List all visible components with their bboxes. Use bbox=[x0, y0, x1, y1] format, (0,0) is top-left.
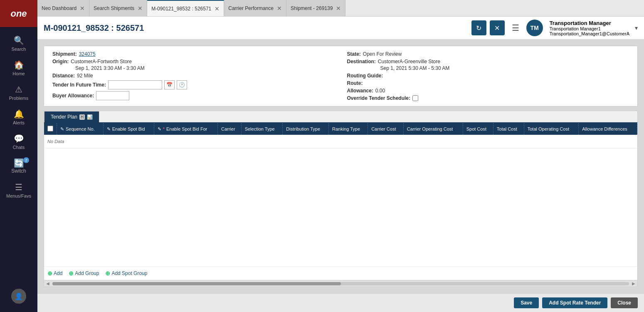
shipment-label: Shipment: bbox=[52, 51, 77, 57]
close-button[interactable]: ✕ bbox=[490, 20, 505, 35]
sidebar-label-problems: Problems bbox=[9, 96, 28, 101]
tab-carrier-performance[interactable]: Carrier Performance ✕ bbox=[224, 0, 286, 16]
sidebar-item-home[interactable]: 🏠 Home bbox=[0, 56, 37, 80]
scroll-left-arrow[interactable]: ◀ bbox=[45, 281, 51, 286]
tab-close-search-shipments[interactable]: ✕ bbox=[138, 5, 143, 12]
sidebar-label-switch: Switch bbox=[11, 168, 26, 174]
page-header: M-090121_98532 : 526571 ↻ ✕ ☰ TM Transpo… bbox=[37, 17, 644, 40]
routing-guide-row: Routing Guide: bbox=[347, 73, 629, 79]
buyer-allowance-input[interactable] bbox=[96, 91, 129, 100]
add-link[interactable]: ⊕ Add bbox=[47, 270, 62, 277]
col-spot-cost-label: Spot Cost bbox=[466, 126, 486, 131]
sidebar-label-chats: Chats bbox=[13, 145, 25, 150]
sidebar-label-alerts: Alerts bbox=[13, 120, 25, 125]
distance-value: 92 Mile bbox=[77, 73, 93, 79]
shipment-info-panel: Shipment: 324075 Origin: CustomerA-Fortw… bbox=[44, 46, 638, 106]
add-spot-rate-button[interactable]: Add Spot Rate Tender bbox=[542, 297, 607, 308]
tab-close-carrier-performance[interactable]: ✕ bbox=[277, 5, 282, 12]
content-area: Shipment: 324075 Origin: CustomerA-Fortw… bbox=[37, 40, 644, 293]
tab-shipment-269139[interactable]: Shipment - 269139 ✕ bbox=[286, 0, 345, 16]
col-carrier-cost-label: Carrier Cost bbox=[371, 126, 396, 131]
col-enable-spot-bid-for-label: Enable Spot Bid For bbox=[166, 126, 207, 131]
state-row: State: Open For Review bbox=[347, 51, 629, 57]
col-distribution-type-label: Distribution Type bbox=[286, 126, 320, 131]
calendar-button[interactable]: 📅 bbox=[164, 80, 175, 89]
tender-plan-label: Tender Plan bbox=[51, 114, 77, 120]
col-total-cost: Total Cost bbox=[493, 123, 524, 135]
sidebar-item-user-avatar[interactable]: 👤 bbox=[0, 285, 37, 308]
sidebar-item-switch[interactable]: 🔄 2 Switch bbox=[0, 154, 37, 178]
tab-tender-plan[interactable]: Tender Plan H 📊 bbox=[44, 111, 99, 122]
refresh-button[interactable]: ↻ bbox=[471, 20, 486, 35]
col-carrier-operating-cost-label: Carrier Operating Cost bbox=[407, 126, 453, 131]
override-tender-checkbox[interactable] bbox=[412, 95, 418, 101]
destination-time: Sep 1, 2021 5:30 AM - 5:30 AM bbox=[380, 65, 450, 71]
col-carrier-cost: Carrier Cost bbox=[368, 123, 403, 135]
shipment-link[interactable]: 324075 bbox=[79, 51, 96, 57]
tab-label-shipment-269139: Shipment - 269139 bbox=[291, 5, 333, 11]
col-sequence: ✎ Sequence No. bbox=[57, 123, 104, 135]
col-checkbox bbox=[44, 123, 57, 135]
origin-time-row: Sep 1, 2021 3:30 AM - 3:30 AM bbox=[52, 65, 335, 71]
tab-m090121[interactable]: M-090121_98532 : 526571 ✕ bbox=[147, 0, 224, 16]
col-sequence-label: Sequence No. bbox=[66, 126, 95, 131]
distance-row: Distance: 92 Mile bbox=[52, 73, 335, 79]
col-enable-spot-bid-label: Enable Spot Bid bbox=[112, 126, 145, 131]
tab-close-neo-dashboard[interactable]: ✕ bbox=[80, 5, 85, 12]
add-group-label: Add Group bbox=[75, 270, 99, 276]
override-tender-label: Override Tender Schedule: bbox=[347, 95, 411, 101]
close-footer-button[interactable]: Close bbox=[611, 297, 638, 308]
search-icon: 🔍 bbox=[14, 35, 24, 45]
sidebar-item-alerts[interactable]: 🔔 Alerts bbox=[0, 105, 37, 129]
chat-icon: 💬 bbox=[14, 134, 24, 144]
required-star-spot-bid-for: * bbox=[163, 126, 165, 131]
header-actions: ↻ ✕ ☰ TM Transportation Manager Transpor… bbox=[471, 20, 638, 36]
warning-icon: ⚠ bbox=[15, 84, 22, 94]
col-enable-spot-bid-for: ✎ * Enable Spot Bid For bbox=[154, 123, 217, 135]
col-allowance-differences-label: Allowance Differences bbox=[582, 126, 627, 131]
menu-icon: ☰ bbox=[15, 182, 22, 192]
col-total-operating-cost: Total Operating Cost bbox=[524, 123, 578, 135]
col-allowance-differences: Allowance Differences bbox=[579, 123, 637, 135]
tender-future-input[interactable] bbox=[108, 80, 162, 89]
tab-close-m090121[interactable]: ✕ bbox=[215, 5, 220, 12]
sidebar-label-home: Home bbox=[12, 71, 25, 76]
edit-sequence-icon[interactable]: ✎ bbox=[60, 126, 64, 132]
select-all-checkbox[interactable] bbox=[47, 126, 53, 131]
edit-spot-bid-icon[interactable]: ✎ bbox=[107, 126, 111, 132]
col-enable-spot-bid: ✎ Enable Spot Bid bbox=[103, 123, 154, 135]
tab-label-search-shipments: Search Shipments bbox=[94, 5, 134, 11]
clock-button[interactable]: 🕐 bbox=[177, 80, 187, 89]
sidebar-item-problems[interactable]: ⚠ Problems bbox=[0, 80, 37, 105]
scroll-track[interactable] bbox=[52, 282, 629, 285]
scroll-right-arrow[interactable]: ▶ bbox=[631, 281, 637, 286]
tab-search-shipments[interactable]: Search Shipments ✕ bbox=[89, 0, 147, 16]
edit-spot-bid-for-icon[interactable]: ✎ bbox=[158, 126, 161, 132]
add-spot-group-plus-icon: ⊕ bbox=[105, 270, 110, 277]
col-selection-type: Selection Type bbox=[241, 123, 283, 135]
sidebar-label-search: Search bbox=[12, 47, 26, 52]
horizontal-scrollbar[interactable]: ◀ ▶ bbox=[44, 280, 637, 287]
tender-plan-h-icon: H bbox=[79, 114, 85, 120]
bottom-bar: Save Add Spot Rate Tender Close bbox=[37, 293, 644, 312]
tab-close-shipment-269139[interactable]: ✕ bbox=[336, 5, 341, 12]
sidebar-item-menus[interactable]: ☰ Menus/Favs bbox=[0, 178, 37, 203]
sidebar-item-search[interactable]: 🔍 Search bbox=[0, 31, 37, 56]
user-dropdown-icon[interactable]: ▾ bbox=[635, 25, 638, 31]
sidebar-item-chats[interactable]: 💬 Chats bbox=[0, 129, 37, 154]
hamburger-button[interactable]: ☰ bbox=[508, 20, 523, 35]
save-button[interactable]: Save bbox=[514, 297, 539, 308]
add-spot-group-link[interactable]: ⊕ Add Spot Group bbox=[105, 270, 147, 277]
tab-neo-dashboard[interactable]: Neo Dashboard ✕ bbox=[37, 0, 89, 16]
tab-label-neo-dashboard: Neo Dashboard bbox=[42, 5, 76, 11]
add-plus-icon: ⊕ bbox=[47, 270, 52, 277]
tender-plan-table: ✎ Sequence No. ✎ Enable Spot Bid bbox=[44, 123, 637, 149]
tender-plan-section: Tender Plan H 📊 ✎ bbox=[44, 111, 638, 287]
home-icon: 🏠 bbox=[14, 60, 24, 70]
allowance-row: Allowance: 0.00 bbox=[347, 88, 629, 94]
add-group-link[interactable]: ⊕ Add Group bbox=[69, 270, 99, 277]
allowance-value: 0.00 bbox=[375, 88, 385, 94]
switch-badge: 2 bbox=[23, 157, 29, 163]
col-distribution-type: Distribution Type bbox=[283, 123, 329, 135]
allowance-label: Allowance: bbox=[347, 88, 373, 94]
